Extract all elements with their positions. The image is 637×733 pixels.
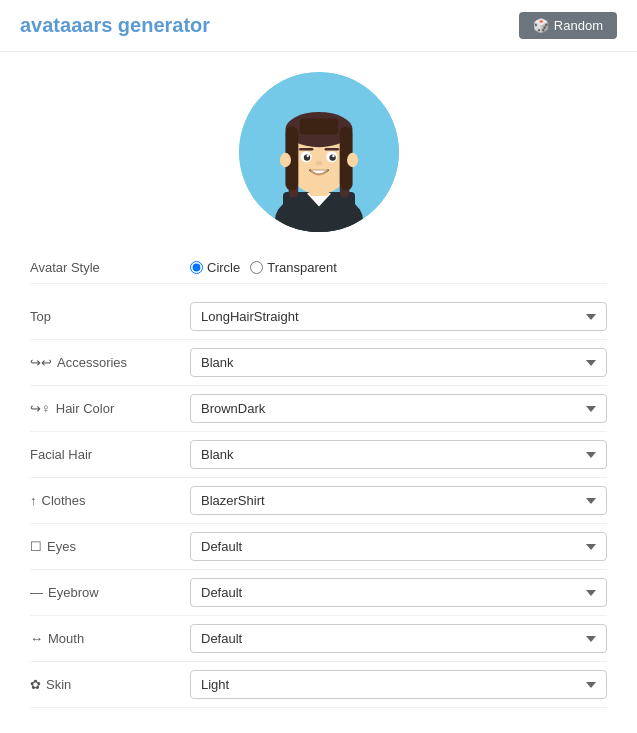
eyebrow-control: AngryAngryNaturalDefaultDefaultNaturalFl… (190, 578, 607, 607)
top-label-text: Top (30, 309, 51, 324)
avatar-svg (239, 72, 399, 232)
option-row-mouth: ↔MouthConcernedDefaultDisbeliefEatingGri… (30, 616, 607, 662)
skin-select[interactable]: TannedYellowPaleLightBrownDarkBrownBlack (190, 670, 607, 699)
hairColor-control: AuburnBlackBlondeBlondeGoldenBrownBrownD… (190, 394, 607, 423)
circle-radio[interactable] (190, 261, 203, 274)
option-row-eyes: ☐EyesCloseCryDefaultDizzyEyeRollHappyHea… (30, 524, 607, 570)
mouth-label: ↔Mouth (30, 631, 190, 646)
facialHair-label: Facial Hair (30, 447, 190, 462)
eyes-label-text: Eyes (47, 539, 76, 554)
avatar-preview-container (0, 52, 637, 242)
mouth-icon: ↔ (30, 631, 43, 646)
svg-point-21 (347, 153, 358, 167)
clothes-icon: ↑ (30, 493, 37, 508)
avatar-style-control: Circle Transparent (190, 260, 607, 275)
option-row-eyebrow: —EyebrowAngryAngryNaturalDefaultDefaultN… (30, 570, 607, 616)
svg-point-20 (279, 153, 290, 167)
accessories-label: ↪↩Accessories (30, 355, 190, 370)
eyebrow-icon: — (30, 585, 43, 600)
clothes-label-text: Clothes (42, 493, 86, 508)
option-row-skin: ✿SkinTannedYellowPaleLightBrownDarkBrown… (30, 662, 607, 708)
accessories-label-text: Accessories (57, 355, 127, 370)
clothes-select[interactable]: BlazerShirtBlazerSweaterCollarSweaterGra… (190, 486, 607, 515)
option-row-hairColor: ↪♀Hair ColorAuburnBlackBlondeBlondeGolde… (30, 386, 607, 432)
dynamic-options: TopNoHairEyepatchHatHijabTurbanWinterHat… (0, 294, 637, 718)
skin-control: TannedYellowPaleLightBrownDarkBrownBlack (190, 670, 607, 699)
eyebrow-label: —Eyebrow (30, 585, 190, 600)
hairColor-label-text: Hair Color (56, 401, 115, 416)
accessories-icon: ↪↩ (30, 355, 52, 370)
hairColor-label: ↪♀Hair Color (30, 401, 190, 416)
accessories-control: BlankKurtPrescription01Prescription02Rou… (190, 348, 607, 377)
skin-icon: ✿ (30, 677, 41, 692)
transparent-radio-label[interactable]: Transparent (250, 260, 337, 275)
clothes-label: ↑Clothes (30, 493, 190, 508)
option-row-avatar-style: Avatar Style Circle Transparent (30, 252, 607, 284)
transparent-radio[interactable] (250, 261, 263, 274)
clothes-control: BlazerShirtBlazerSweaterCollarSweaterGra… (190, 486, 607, 515)
dice-icon: 🎲 (533, 18, 549, 33)
mouth-select[interactable]: ConcernedDefaultDisbeliefEatingGrimaceSa… (190, 624, 607, 653)
avatar-style-label: Avatar Style (30, 260, 190, 275)
hairColor-select[interactable]: AuburnBlackBlondeBlondeGoldenBrownBrownD… (190, 394, 607, 423)
skin-label: ✿Skin (30, 677, 190, 692)
circle-radio-label[interactable]: Circle (190, 260, 240, 275)
app-title: avataaars generator (20, 14, 210, 37)
svg-rect-13 (324, 148, 338, 150)
eyebrow-select[interactable]: AngryAngryNaturalDefaultDefaultNaturalFl… (190, 578, 607, 607)
top-select[interactable]: NoHairEyepatchHatHijabTurbanWinterHat1Wi… (190, 302, 607, 331)
eyes-icon: ☐ (30, 539, 42, 554)
facialHair-control: BlankBeardMediumBeardLightBeardMagesticM… (190, 440, 607, 469)
skin-label-text: Skin (46, 677, 71, 692)
avatar-circle (239, 72, 399, 232)
options-section: Avatar Style Circle Transparent (0, 242, 637, 294)
eyebrow-label-text: Eyebrow (48, 585, 99, 600)
svg-point-22 (315, 161, 321, 166)
eyes-label: ☐Eyes (30, 539, 190, 554)
option-row-accessories: ↪↩AccessoriesBlankKurtPrescription01Pres… (30, 340, 607, 386)
top-label: Top (30, 309, 190, 324)
hairColor-icon: ↪♀ (30, 401, 51, 416)
mouth-control: ConcernedDefaultDisbeliefEatingGrimaceSa… (190, 624, 607, 653)
svg-point-19 (332, 155, 334, 157)
footer-note: More options coming soon, subscribe for … (0, 718, 637, 733)
eyes-control: CloseCryDefaultDizzyEyeRollHappyHeartsSi… (190, 532, 607, 561)
mouth-label-text: Mouth (48, 631, 84, 646)
facialHair-select[interactable]: BlankBeardMediumBeardLightBeardMagesticM… (190, 440, 607, 469)
eyes-select[interactable]: CloseCryDefaultDizzyEyeRollHappyHeartsSi… (190, 532, 607, 561)
svg-rect-12 (299, 148, 313, 150)
svg-rect-11 (299, 118, 337, 134)
facialHair-label-text: Facial Hair (30, 447, 92, 462)
random-button[interactable]: 🎲 Random (519, 12, 617, 39)
option-row-facialHair: Facial HairBlankBeardMediumBeardLightBea… (30, 432, 607, 478)
app-container: avataaars generator 🎲 Random (0, 0, 637, 733)
header: avataaars generator 🎲 Random (0, 0, 637, 52)
svg-point-18 (306, 155, 308, 157)
top-control: NoHairEyepatchHatHijabTurbanWinterHat1Wi… (190, 302, 607, 331)
option-row-top: TopNoHairEyepatchHatHijabTurbanWinterHat… (30, 294, 607, 340)
accessories-select[interactable]: BlankKurtPrescription01Prescription02Rou… (190, 348, 607, 377)
option-row-clothes: ↑ClothesBlazerShirtBlazerSweaterCollarSw… (30, 478, 607, 524)
